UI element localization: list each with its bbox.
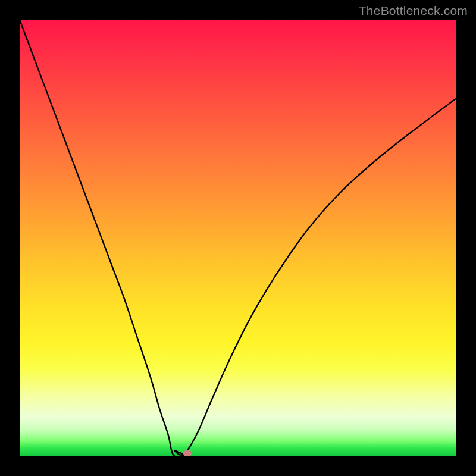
- minimum-marker: [183, 450, 192, 456]
- bottleneck-curve: [20, 20, 456, 456]
- chart-frame: TheBottleneck.com: [0, 0, 476, 476]
- plot-area: [20, 20, 456, 456]
- curve-svg: [20, 20, 456, 456]
- attribution-label: TheBottleneck.com: [359, 4, 468, 18]
